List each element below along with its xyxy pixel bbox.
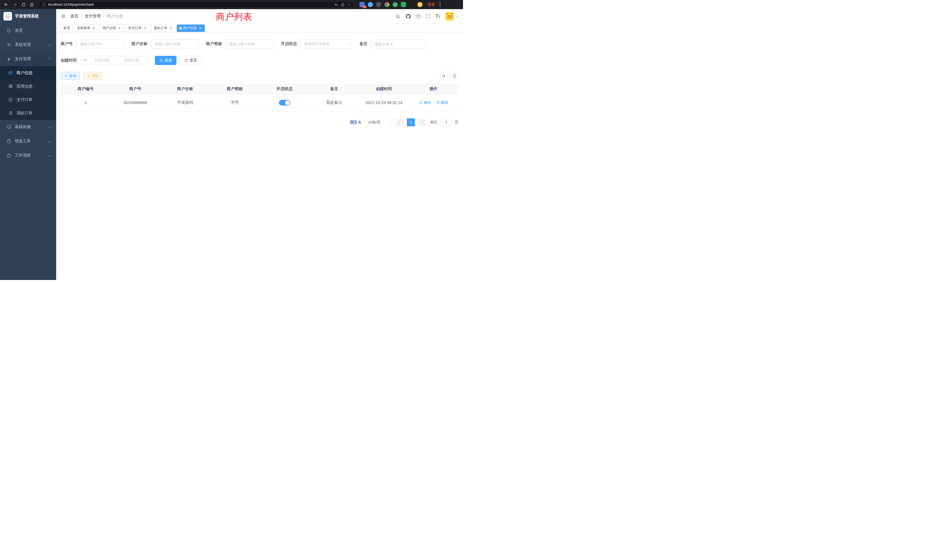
tab-merchant-info[interactable]: 商户信息 × xyxy=(177,24,205,32)
extension-icon[interactable] xyxy=(384,2,389,7)
tab-refund-order[interactable]: 退款订单 × xyxy=(151,24,176,32)
remark-input[interactable] xyxy=(371,39,426,48)
font-size-icon[interactable]: TT xyxy=(436,14,440,18)
sidebar-item-payment[interactable]: ¥ 支付管理 xyxy=(0,52,56,66)
goto-label: 前往 xyxy=(430,120,437,125)
status-toggle[interactable] xyxy=(279,100,290,106)
short-name-input[interactable] xyxy=(225,39,274,48)
date-start-placeholder: 开始日期 xyxy=(89,58,114,63)
sidebar-item-refund-order[interactable]: 退款订单 xyxy=(0,106,56,120)
breadcrumb-payment[interactable]: 支付管理 xyxy=(79,14,101,19)
column-header: 开启状态 xyxy=(260,84,309,94)
sidebar-toggle-icon[interactable] xyxy=(61,14,66,19)
fullscreen-icon[interactable] xyxy=(426,14,431,18)
close-icon[interactable]: × xyxy=(118,26,121,30)
page-size-value: 10条/页 xyxy=(368,120,381,125)
merchant-table: 商户编号 商户号 商户全称 商户简称 开启状态 备注 创建时间 操作 1 M23… xyxy=(61,84,458,112)
prev-page-button[interactable] xyxy=(396,118,404,126)
browser-menu-icon[interactable] xyxy=(440,3,440,6)
browser-update-button[interactable]: 更新 xyxy=(428,2,435,7)
extension-icon[interactable] xyxy=(368,2,373,7)
reset-button[interactable]: 重置 xyxy=(180,56,201,65)
date-range-picker[interactable]: 开始日期 - 结束日期 xyxy=(80,56,147,65)
pagination: 共 1 条 10条/页 1 前往 页 xyxy=(61,118,458,126)
help-icon[interactable]: ? xyxy=(416,14,421,19)
extension-icon[interactable] xyxy=(393,2,398,7)
github-icon[interactable] xyxy=(406,14,411,19)
sidebar-item-merchant-info[interactable]: 商户信息 xyxy=(0,66,56,80)
export-button[interactable]: 导出 xyxy=(83,72,102,80)
pagination-total-unit: 条 xyxy=(358,120,362,124)
delete-link[interactable]: 删除 xyxy=(436,100,448,105)
url-bar[interactable]: i localhost:1024/pay/merchant ☆ xyxy=(39,1,354,8)
sidebar-item-devtools[interactable]: 研发工具 xyxy=(0,134,56,148)
column-header: 备注 xyxy=(309,84,359,94)
table-tools xyxy=(440,72,458,80)
app-logo[interactable]: 芋道管理系统 xyxy=(0,9,56,23)
filter-short-name: 商户简称 xyxy=(206,39,274,48)
merchant-no-input[interactable] xyxy=(76,39,124,48)
add-button[interactable]: 新增 xyxy=(61,72,80,80)
tab-user-group[interactable]: 用户分组 × xyxy=(100,24,124,32)
site-info-icon[interactable]: i xyxy=(42,3,46,6)
extension-icon[interactable] xyxy=(418,2,422,7)
extension-icon[interactable] xyxy=(409,2,414,7)
user-avatar[interactable] xyxy=(445,12,454,21)
breadcrumb: 首页 支付管理 商户信息 xyxy=(70,14,123,19)
sidebar-item-workflow[interactable]: 工作流程 xyxy=(0,148,56,162)
filter-full-name: 商户全称 xyxy=(132,39,199,48)
field-label: 商户全称 xyxy=(132,41,147,47)
grid-icon xyxy=(8,84,14,88)
browser-home-icon[interactable] xyxy=(29,1,35,8)
breadcrumb-current: 商户信息 xyxy=(101,14,123,19)
page-size-select[interactable]: 10条/页 xyxy=(366,118,393,126)
browser-chrome: i localhost:1024/pay/merchant ☆ 10 更新 xyxy=(0,0,463,9)
share-icon[interactable] xyxy=(341,3,345,7)
extension-icon[interactable]: 10 xyxy=(360,2,365,7)
tab-home[interactable]: 首页 xyxy=(61,24,73,32)
next-page-button[interactable] xyxy=(418,118,426,126)
close-icon[interactable]: × xyxy=(92,26,96,30)
sidebar-item-label: 首页 xyxy=(15,28,23,33)
status-select[interactable]: 请选择开启状态 xyxy=(300,39,352,48)
url-text[interactable]: localhost:1024/pay/merchant xyxy=(48,3,332,6)
breadcrumb-home[interactable]: 首页 xyxy=(70,14,79,19)
extension-icon[interactable] xyxy=(401,2,406,7)
refresh-table-icon[interactable] xyxy=(451,72,458,80)
edit-link[interactable]: 修改 xyxy=(419,100,431,105)
sidebar-item-system[interactable]: 系统管理 xyxy=(0,38,56,52)
date-end-placeholder: 结束日期 xyxy=(119,58,144,63)
password-key-icon[interactable] xyxy=(334,3,338,7)
browser-refresh-icon[interactable] xyxy=(20,1,27,8)
pagination-total-highlight: 共 1 xyxy=(350,120,357,124)
page-number-button[interactable]: 1 xyxy=(407,118,415,126)
search-button[interactable]: 搜索 xyxy=(155,56,177,65)
tab-pay-order[interactable]: 支付订单 × xyxy=(126,24,150,32)
sidebar-item-infra[interactable]: 基础设施 xyxy=(0,120,56,134)
column-header: 商户号 xyxy=(110,84,160,94)
sidebar-item-app-info[interactable]: 应用信息 xyxy=(0,80,56,93)
close-icon[interactable]: × xyxy=(143,26,147,30)
sidebar-item-pay-order[interactable]: 支付订单 xyxy=(0,93,56,106)
sidebar-item-label: 支付管理 xyxy=(15,56,31,62)
full-name-input[interactable] xyxy=(151,39,199,48)
bookmark-star-icon[interactable]: ☆ xyxy=(347,3,351,6)
cell-create-time: 2021-10-23 08:31:14 xyxy=(359,94,409,111)
close-icon[interactable]: × xyxy=(198,26,202,30)
merchant-card-icon xyxy=(8,71,14,75)
cell-remark: 我是备注 xyxy=(309,94,359,111)
filter-merchant-no: 商户号 xyxy=(61,39,124,48)
sidebar-item-home[interactable]: 首页 xyxy=(0,23,56,38)
toggle-search-icon[interactable] xyxy=(440,72,448,80)
browser-forward-icon[interactable] xyxy=(11,1,18,8)
column-header: 商户编号 xyxy=(61,84,110,94)
browser-back-icon[interactable] xyxy=(3,1,10,8)
close-icon[interactable]: × xyxy=(169,26,173,30)
extension-icon[interactable] xyxy=(376,2,381,7)
navbar-actions: ? TT xyxy=(395,12,458,21)
avatar-caret-icon[interactable] xyxy=(457,15,459,17)
goto-page-input[interactable] xyxy=(440,118,452,126)
tab-process-form[interactable]: 流程表单 × xyxy=(74,24,98,32)
chevron-left-icon xyxy=(399,121,401,124)
search-icon[interactable] xyxy=(395,14,400,19)
